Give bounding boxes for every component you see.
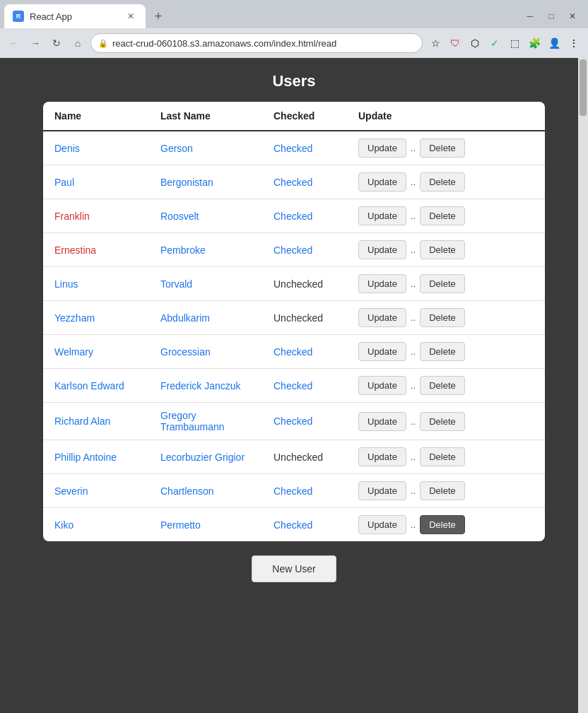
delete-button[interactable]: Delete: [420, 412, 465, 431]
name-link[interactable]: Severin: [54, 485, 88, 497]
cell-name: Welmary: [43, 335, 149, 369]
dots-button[interactable]: ..: [409, 380, 417, 391]
col-header-checked: Checked: [262, 102, 347, 131]
close-window-button[interactable]: ✕: [563, 6, 582, 26]
delete-button[interactable]: Delete: [420, 481, 465, 500]
update-button[interactable]: Update: [358, 376, 406, 395]
cell-lastname: Gerson: [149, 131, 262, 165]
cell-lastname: Torvald: [149, 267, 262, 301]
cell-name: Kiko: [43, 508, 149, 542]
name-link[interactable]: Richard Alan: [54, 416, 110, 427]
refresh-button[interactable]: ↻: [48, 35, 65, 52]
scrollbar-thumb[interactable]: [580, 59, 587, 116]
back-button[interactable]: ←: [6, 35, 23, 52]
dots-button[interactable]: ..: [409, 346, 417, 357]
cell-actions: Update .. Delete: [347, 335, 545, 369]
delete-button[interactable]: Delete: [420, 515, 465, 534]
home-button[interactable]: ⌂: [69, 35, 86, 52]
cell-actions: Update .. Delete: [347, 403, 545, 440]
active-tab[interactable]: R React App ✕: [4, 4, 146, 28]
update-button[interactable]: Update: [358, 172, 406, 191]
cell-checked: Checked: [262, 403, 347, 440]
delete-button[interactable]: Delete: [420, 342, 465, 361]
dots-button[interactable]: ..: [409, 244, 417, 255]
update-button[interactable]: Update: [358, 515, 406, 534]
name-link[interactable]: Karlson Edward: [54, 380, 124, 391]
delete-button[interactable]: Delete: [420, 447, 465, 466]
cell-name: Richard Alan: [43, 403, 149, 440]
dots-button[interactable]: ..: [409, 143, 417, 153]
name-link[interactable]: Franklin: [54, 211, 90, 222]
minimize-button[interactable]: ─: [520, 6, 540, 26]
cell-actions: Update .. Delete: [347, 301, 545, 335]
delete-button[interactable]: Delete: [420, 274, 465, 293]
name-link[interactable]: Kiko: [54, 519, 74, 531]
col-header-lastname: Last Name: [149, 102, 262, 131]
cell-actions: Update .. Delete: [347, 131, 545, 165]
delete-button[interactable]: Delete: [420, 206, 465, 225]
update-button[interactable]: Update: [358, 139, 406, 158]
dots-button[interactable]: ..: [409, 416, 417, 427]
cell-lastname: Chartlenson: [149, 474, 262, 508]
delete-button[interactable]: Delete: [420, 172, 465, 191]
name-link[interactable]: Linus: [54, 278, 78, 290]
restore-button[interactable]: □: [541, 6, 561, 26]
update-button[interactable]: Update: [358, 240, 406, 259]
dots-button[interactable]: ..: [409, 177, 417, 187]
cell-checked: Checked: [262, 474, 347, 508]
update-button[interactable]: Update: [358, 342, 406, 361]
url-bar[interactable]: 🔒 react-crud-060108.s3.amazonaws.com/ind…: [90, 33, 423, 53]
cell-name: Denis: [43, 131, 149, 165]
cell-name: Ernestina: [43, 233, 149, 267]
dots-button[interactable]: ..: [409, 519, 417, 530]
extension-icon-4[interactable]: ⬚: [506, 35, 523, 52]
col-header-update: Update: [347, 102, 545, 131]
cell-checked: Checked: [262, 369, 347, 403]
update-button[interactable]: Update: [358, 308, 406, 327]
user-avatar[interactable]: 👤: [546, 35, 563, 52]
name-link[interactable]: Paul: [54, 177, 74, 188]
extension-icon-3[interactable]: ✓: [486, 35, 503, 52]
bookmark-icon[interactable]: ☆: [427, 35, 444, 52]
dots-button[interactable]: ..: [409, 278, 417, 289]
name-link[interactable]: Ernestina: [54, 244, 96, 256]
cell-name: Karlson Edward: [43, 369, 149, 403]
new-tab-button[interactable]: +: [148, 6, 168, 26]
dots-button[interactable]: ..: [409, 211, 417, 221]
table-row: Denis Gerson Checked Update .. Delete: [43, 131, 545, 165]
name-link[interactable]: Welmary: [54, 346, 93, 358]
scrollbar[interactable]: [578, 58, 588, 713]
cell-name: Severin: [43, 474, 149, 508]
forward-button[interactable]: →: [27, 35, 44, 52]
delete-button[interactable]: Delete: [420, 240, 465, 259]
dots-button[interactable]: ..: [409, 312, 417, 323]
extension-icon-1[interactable]: 🛡: [447, 35, 464, 52]
cell-actions: Update .. Delete: [347, 474, 545, 508]
update-button[interactable]: Update: [358, 447, 406, 466]
name-link[interactable]: Yezzham: [54, 312, 95, 324]
update-button[interactable]: Update: [358, 481, 406, 500]
tab-close-button[interactable]: ✕: [124, 10, 137, 23]
name-link[interactable]: Denis: [54, 143, 80, 154]
dots-button[interactable]: ..: [409, 452, 417, 462]
cell-lastname: Pembroke: [149, 233, 262, 267]
new-user-button[interactable]: New User: [252, 555, 336, 582]
cell-name: Franklin: [43, 199, 149, 233]
delete-button[interactable]: Delete: [420, 376, 465, 395]
delete-button[interactable]: Delete: [420, 308, 465, 327]
cell-checked: Unchecked: [262, 440, 347, 474]
cell-actions: Update .. Delete: [347, 369, 545, 403]
update-button[interactable]: Update: [358, 274, 406, 293]
table-row: Paul Bergonistan Checked Update .. Delet…: [43, 165, 545, 199]
update-button[interactable]: Update: [358, 206, 406, 225]
cell-lastname: Permetto: [149, 508, 262, 542]
name-link[interactable]: Phillip Antoine: [54, 452, 117, 463]
cell-checked: Checked: [262, 165, 347, 199]
tab-favicon: R: [13, 11, 24, 22]
extension-icon-2[interactable]: ⬡: [466, 35, 483, 52]
dots-button[interactable]: ..: [409, 485, 417, 496]
update-button[interactable]: Update: [358, 412, 406, 431]
menu-button[interactable]: ⋮: [565, 35, 582, 52]
extension-icon-5[interactable]: 🧩: [526, 35, 543, 52]
delete-button[interactable]: Delete: [420, 139, 465, 158]
